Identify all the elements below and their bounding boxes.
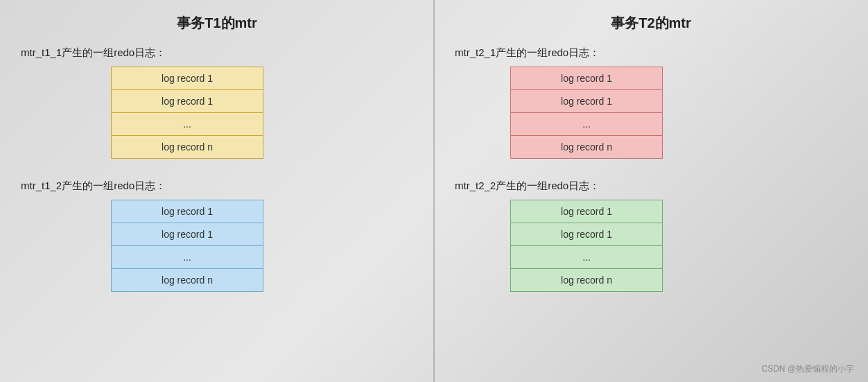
table-cell: ...: [112, 246, 263, 269]
watermark: CSDN @热爱编程的小宇: [761, 363, 854, 375]
left-table1: log record 1 log record 1 ... log record…: [111, 67, 263, 159]
main-container: 事务T1的mtr mtr_t1_1产生的一组redo日志： log record…: [0, 0, 868, 382]
left-section1-label: mtr_t1_1产生的一组redo日志：: [21, 46, 413, 60]
left-section2: mtr_t1_2产生的一组redo日志： log record 1 log re…: [21, 180, 413, 292]
left-title: 事务T1的mtr: [21, 14, 413, 33]
table-cell: log record 1: [511, 67, 663, 90]
table-cell: log record 1: [112, 223, 263, 246]
table-cell: log record 1: [511, 200, 663, 223]
table-cell: log record 1: [511, 223, 663, 246]
left-table2: log record 1 log record 1 ... log record…: [111, 200, 263, 292]
table-row: log record 1: [511, 90, 663, 113]
table-cell: log record 1: [112, 90, 263, 113]
table-row: ...: [511, 113, 663, 136]
table-cell: log record n: [112, 136, 263, 159]
table-row: log record 1: [511, 223, 663, 246]
table-row: log record 1: [112, 90, 263, 113]
table-row: log record n: [112, 269, 263, 292]
right-table1: log record 1 log record 1 ... log record…: [510, 67, 663, 159]
table-row: ...: [112, 246, 263, 269]
right-section1-label: mtr_t2_1产生的一组redo日志：: [455, 46, 847, 60]
table-cell: log record n: [511, 269, 663, 292]
table-row: log record 1: [511, 200, 663, 223]
table-cell: log record n: [112, 269, 263, 292]
table-row: ...: [112, 113, 263, 136]
left-column: 事务T1的mtr mtr_t1_1产生的一组redo日志： log record…: [0, 0, 434, 382]
table-row: log record 1: [511, 67, 663, 90]
left-section1: mtr_t1_1产生的一组redo日志： log record 1 log re…: [21, 46, 413, 159]
table-row: log record 1: [112, 223, 263, 246]
table-cell: ...: [112, 113, 263, 136]
table-cell: ...: [511, 246, 663, 269]
table-cell: log record n: [511, 136, 663, 159]
right-table2: log record 1 log record 1 ... log record…: [510, 200, 663, 292]
table-cell: log record 1: [511, 90, 663, 113]
table-row: log record 1: [112, 67, 263, 90]
left-section2-label: mtr_t1_2产生的一组redo日志：: [21, 180, 413, 193]
table-row: ...: [511, 246, 663, 269]
table-row: log record n: [511, 269, 663, 292]
table-cell: ...: [511, 113, 663, 136]
right-section1: mtr_t2_1产生的一组redo日志： log record 1 log re…: [455, 46, 847, 159]
right-section2: mtr_t2_2产生的一组redo日志： log record 1 log re…: [455, 180, 847, 292]
table-row: log record n: [511, 136, 663, 159]
right-title: 事务T2的mtr: [455, 14, 847, 33]
right-column: 事务T2的mtr mtr_t2_1产生的一组redo日志： log record…: [434, 0, 868, 382]
table-row: log record n: [112, 136, 263, 159]
table-row: log record 1: [112, 200, 263, 223]
table-cell: log record 1: [112, 67, 263, 90]
right-section2-label: mtr_t2_2产生的一组redo日志：: [455, 180, 847, 193]
table-cell: log record 1: [112, 200, 263, 223]
